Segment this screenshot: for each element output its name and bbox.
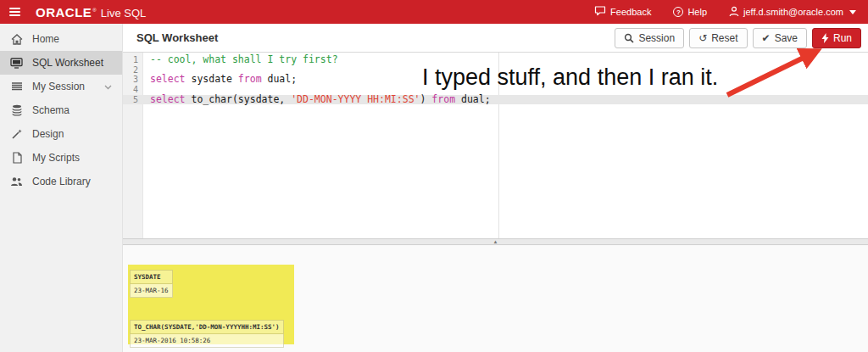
sidebar-item-design[interactable]: Design <box>0 122 122 146</box>
chevron-down-icon <box>849 10 856 14</box>
toolbar-buttons: Session ↺ Reset ✔ Save Run <box>615 28 861 48</box>
home-icon <box>10 33 23 46</box>
sidebar-item-label: Home <box>32 33 59 45</box>
run-button-label: Run <box>833 32 852 44</box>
sidebar-item-label: Code Library <box>32 176 91 187</box>
brand-suffix: Live SQL <box>101 7 146 20</box>
main-content: SQL Worksheet Session ↺ Reset ✔ Save <box>123 24 868 352</box>
brand-oracle: ORACLE <box>36 5 92 20</box>
code-text <box>143 85 150 95</box>
user-email: jeff.d.smith@oracle.com <box>743 7 843 17</box>
help-icon: ? <box>673 7 683 17</box>
line-number: 5 <box>123 95 143 105</box>
sidebar: Home SQL Worksheet My Session Schema <box>0 24 123 352</box>
sidebar-item-my-scripts[interactable]: My Scripts <box>0 146 122 170</box>
save-button-label: Save <box>775 32 798 44</box>
sidebar-item-label: My Session <box>32 81 85 92</box>
chevron-down-icon <box>104 81 112 92</box>
run-button[interactable]: Run <box>812 28 861 48</box>
help-link[interactable]: ? Help <box>673 7 707 17</box>
result-value: 23-MAR-2016 10:58:26 <box>130 334 284 348</box>
code-line-1[interactable]: 1 -- cool, what shall I try first? <box>123 55 868 65</box>
page-title: SQL Worksheet <box>136 31 218 44</box>
session-button-label: Session <box>638 32 675 44</box>
result-column-header: TO_CHAR(SYSDATE,'DD-MON-YYYYHH:MI:SS') <box>130 320 284 334</box>
code-line-5-active[interactable]: 5 select to_char(sysdate, 'DD-MON-YYYY H… <box>123 95 868 105</box>
help-label: Help <box>687 7 707 17</box>
annotation-caption: I typed stuff, and then I ran it. <box>422 64 718 91</box>
document-icon <box>10 152 23 165</box>
sidebar-item-my-session[interactable]: My Session <box>0 75 122 98</box>
monitor-icon <box>10 57 23 70</box>
feedback-label: Feedback <box>610 7 651 17</box>
search-icon <box>624 33 634 43</box>
registered-mark: ® <box>92 8 96 13</box>
result-table-to-char: TO_CHAR(SYSDATE,'DD-MON-YYYYHH:MI:SS') 2… <box>130 320 284 348</box>
result-column-header: SYSDATE <box>130 270 173 284</box>
check-icon: ✔ <box>762 33 771 43</box>
people-icon <box>10 176 23 188</box>
line-number: 2 <box>123 65 143 75</box>
line-number: 1 <box>123 55 143 65</box>
code-text: select sysdate from dual; <box>143 75 297 85</box>
sidebar-item-schema[interactable]: Schema <box>0 98 122 122</box>
database-icon <box>10 104 23 117</box>
brand-logo[interactable]: ORACLE ® Live SQL <box>36 5 146 20</box>
reset-button[interactable]: ↺ Reset <box>689 28 747 48</box>
save-button[interactable]: ✔ Save <box>753 28 807 48</box>
session-button[interactable]: Session <box>615 28 684 48</box>
wand-icon <box>10 128 23 141</box>
line-number: 3 <box>123 75 143 85</box>
sql-code-editor[interactable]: 1 -- cool, what shall I try first? 2 3 s… <box>123 53 868 238</box>
oracle-live-sql-app: ORACLE ® Live SQL Feedback ? Help jeff.d… <box>0 0 868 352</box>
sidebar-item-home[interactable]: Home <box>0 27 122 51</box>
app-header: ORACLE ® Live SQL Feedback ? Help jeff.d… <box>0 0 868 24</box>
worksheet-toolbar: SQL Worksheet Session ↺ Reset ✔ Save <box>123 24 868 53</box>
line-number: 4 <box>123 85 143 95</box>
code-text: -- cool, what shall I try first? <box>143 55 338 65</box>
results-panel: SYSDATE 23-MAR-16 TO_CHAR(SYSDATE,'DD-MO… <box>123 245 868 352</box>
result-table-sysdate: SYSDATE 23-MAR-16 <box>130 270 173 298</box>
result-value: 23-MAR-16 <box>130 284 173 298</box>
feedback-link[interactable]: Feedback <box>594 6 651 18</box>
code-text <box>143 65 150 75</box>
sidebar-item-label: SQL Worksheet <box>32 57 103 69</box>
sidebar-item-code-library[interactable]: Code Library <box>0 170 122 193</box>
list-icon <box>10 81 23 93</box>
bolt-icon <box>821 33 829 43</box>
reset-button-label: Reset <box>711 32 737 44</box>
hamburger-menu-icon[interactable] <box>0 0 29 24</box>
highlighted-results: SYSDATE 23-MAR-16 TO_CHAR(SYSDATE,'DD-MO… <box>128 265 294 344</box>
sidebar-item-label: Design <box>32 128 64 140</box>
user-menu[interactable]: jeff.d.smith@oracle.com <box>729 6 856 19</box>
header-actions: Feedback ? Help jeff.d.smith@oracle.com <box>594 6 868 19</box>
speech-bubble-icon <box>594 6 606 18</box>
person-icon <box>729 6 739 19</box>
sidebar-item-label: Schema <box>32 104 70 116</box>
undo-icon: ↺ <box>698 33 707 43</box>
splitter-grip-icon: ▲ <box>493 239 498 244</box>
sidebar-item-label: My Scripts <box>32 152 80 164</box>
code-text: select to_char(sysdate, 'DD-MON-YYYY HH:… <box>143 95 491 105</box>
panel-splitter[interactable]: ▲ <box>123 238 868 245</box>
sidebar-item-sql-worksheet[interactable]: SQL Worksheet <box>0 51 122 75</box>
